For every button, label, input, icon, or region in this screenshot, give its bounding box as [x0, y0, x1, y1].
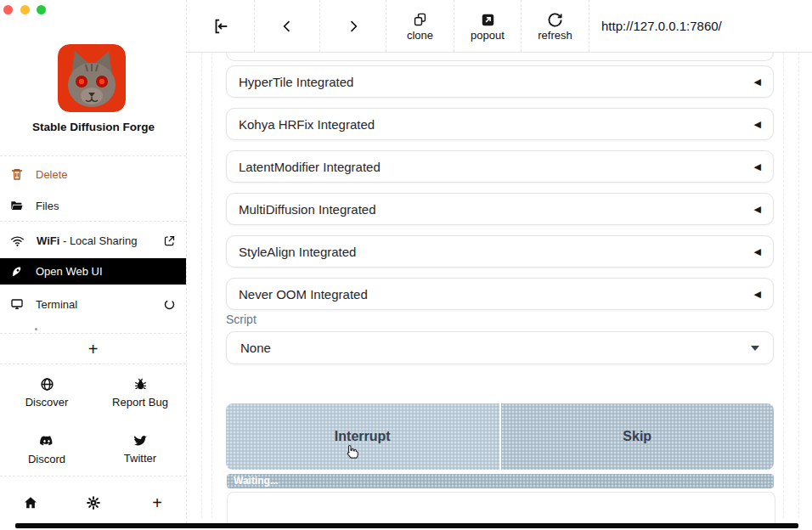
folder-icon: [10, 199, 24, 212]
chevron-left-icon: [279, 18, 296, 35]
accordion-collapse-icon: ◀: [754, 204, 761, 215]
accordion-label: Never OOM Integrated: [239, 287, 368, 302]
accordion-collapse-icon: ◀: [754, 289, 761, 300]
sidebar-item-terminal[interactable]: Terminal: [0, 292, 186, 316]
overflow-dot: [35, 328, 37, 330]
accordion-collapse-icon: ◀: [754, 246, 761, 257]
accordion-stylealign[interactable]: StyleAlign Integrated ◀: [226, 235, 774, 268]
sidebar-item-label: Delete: [36, 168, 68, 181]
browser-toolbar: clone popout refresh http://127.0.0.1:78…: [187, 0, 812, 53]
zoom-window-button[interactable]: [37, 5, 46, 14]
divider: [0, 476, 186, 476]
external-link-icon[interactable]: [163, 234, 176, 247]
link-discord[interactable]: Discord: [0, 433, 93, 465]
script-dropdown-value: None: [240, 341, 271, 355]
app-window: Stable Diffusion Forge Delete Files WiFi…: [0, 0, 812, 530]
gear-icon: [86, 495, 101, 510]
plus-icon: +: [152, 493, 162, 513]
collapse-sidebar-button[interactable]: [187, 0, 255, 52]
globe-icon: [40, 377, 54, 392]
accordion-collapse-icon: ◀: [754, 76, 761, 87]
link-label: Discover: [25, 396, 69, 409]
accordion-partial-top: [226, 53, 774, 61]
accordion-latentmodifier[interactable]: LatentModifier Integrated ◀: [226, 150, 774, 183]
clone-label: clone: [407, 30, 433, 41]
sidebar-item-label: Files: [36, 200, 59, 212]
forward-button[interactable]: [320, 0, 386, 52]
accordion-kohya-hrfix[interactable]: Kohya HRFix Integrated ◀: [226, 108, 774, 140]
sidebar: Stable Diffusion Forge Delete Files WiFi…: [0, 0, 187, 523]
accordion-label: MultiDiffusion Integrated: [239, 202, 375, 217]
sidebar-item-label: WiFi - Local Sharing: [37, 234, 137, 247]
back-button[interactable]: [255, 0, 320, 52]
home-icon: [23, 495, 38, 510]
close-window-button[interactable]: [3, 5, 13, 14]
progress-bar: Waiting...: [227, 474, 774, 488]
accordion-label: Kohya HRFix Integrated: [239, 117, 375, 132]
trash-icon: [10, 167, 24, 181]
accordion-collapse-icon: ◀: [754, 119, 761, 130]
sidebar-item-files[interactable]: Files: [0, 195, 186, 217]
column-guide: [201, 53, 202, 518]
accordion-never-oom[interactable]: Never OOM Integrated ◀: [226, 278, 774, 310]
monitor-icon: [10, 297, 24, 311]
skip-button[interactable]: Skip: [501, 403, 775, 470]
sidebar-item-wifi-local-sharing[interactable]: WiFi - Local Sharing: [0, 228, 186, 252]
refresh-label: refresh: [538, 30, 572, 41]
home-button[interactable]: [22, 494, 39, 511]
webui-content: HyperTile Integrated ◀ Kohya HRFix Integ…: [187, 53, 812, 523]
generation-actions: Interrupt Skip: [226, 403, 774, 470]
discord-icon: [39, 433, 54, 448]
wifi-icon: [10, 234, 25, 248]
refresh-button[interactable]: refresh: [522, 0, 589, 52]
window-bottom-edge: [15, 523, 798, 528]
script-dropdown[interactable]: None: [226, 331, 774, 364]
app-title: Stable Diffusion Forge: [0, 121, 187, 133]
clone-button[interactable]: clone: [386, 0, 454, 52]
link-report-bug[interactable]: Report Bug: [93, 377, 187, 409]
chevron-right-icon: [345, 18, 362, 35]
popout-icon: [480, 12, 496, 28]
rocket-icon: [10, 265, 24, 279]
minimize-window-button[interactable]: [20, 5, 30, 14]
divider: [0, 333, 186, 334]
sidebar-item-delete[interactable]: Delete: [0, 163, 186, 185]
sidebar-item-label: Open Web UI: [36, 265, 103, 278]
link-label: Report Bug: [112, 396, 168, 409]
divider: [0, 364, 186, 364]
output-textbox: [227, 492, 775, 527]
collapse-left-icon: [211, 17, 230, 36]
settings-button[interactable]: [85, 494, 102, 511]
popout-button[interactable]: popout: [454, 0, 522, 52]
refresh-icon: [547, 12, 563, 28]
link-label: Twitter: [124, 452, 156, 465]
add-app-button[interactable]: +: [0, 335, 186, 364]
accordion-hypertile[interactable]: HyperTile Integrated ◀: [226, 65, 774, 98]
accordion-label: StyleAlign Integrated: [239, 245, 356, 259]
app-logo-cat-avatar: [58, 44, 126, 112]
divider: [0, 221, 186, 222]
popout-label: popout: [471, 30, 505, 41]
link-discover[interactable]: Discover: [0, 377, 93, 409]
bug-icon: [133, 377, 148, 392]
add-button-footer[interactable]: +: [149, 494, 166, 511]
sidebar-item-open-web-ui[interactable]: Open Web UI: [0, 258, 186, 285]
url-bar[interactable]: http://127.0.0.1:7860/: [589, 0, 812, 52]
spinner-icon: [163, 298, 176, 311]
accordion-label: LatentModifier Integrated: [239, 160, 381, 174]
clone-icon: [412, 12, 428, 28]
accordion-collapse-icon: ◀: [754, 161, 761, 172]
accordion-label: HyperTile Integrated: [239, 75, 353, 89]
link-label: Discord: [28, 453, 65, 465]
column-guide: [211, 53, 212, 518]
divider: [0, 155, 186, 156]
script-label: Script: [226, 313, 257, 326]
chevron-down-icon: [751, 346, 759, 351]
twitter-icon: [133, 433, 148, 448]
interrupt-button[interactable]: Interrupt: [226, 403, 499, 470]
sidebar-item-label: Terminal: [36, 298, 77, 311]
column-guide: [783, 53, 784, 518]
link-twitter[interactable]: Twitter: [93, 433, 187, 465]
column-guide: [798, 53, 799, 518]
accordion-multidiffusion[interactable]: MultiDiffusion Integrated ◀: [226, 193, 774, 225]
